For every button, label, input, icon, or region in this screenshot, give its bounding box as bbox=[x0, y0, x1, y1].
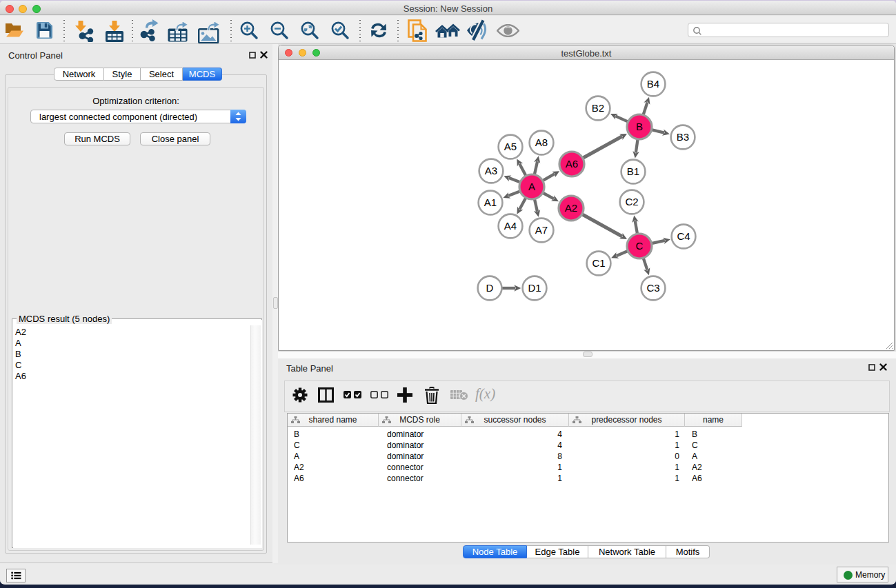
svg-text:A5: A5 bbox=[504, 141, 517, 152]
svg-text:A7: A7 bbox=[535, 224, 548, 236]
svg-text:A4: A4 bbox=[504, 220, 517, 232]
svg-text:B2: B2 bbox=[592, 102, 604, 114]
svg-text:D1: D1 bbox=[528, 282, 541, 294]
svg-text:B: B bbox=[636, 121, 643, 132]
svg-text:C2: C2 bbox=[625, 196, 638, 207]
svg-text:C3: C3 bbox=[646, 282, 659, 294]
svg-text:A8: A8 bbox=[535, 136, 548, 148]
svg-text:C1: C1 bbox=[592, 257, 605, 269]
svg-text:A2: A2 bbox=[565, 202, 577, 214]
svg-text:B3: B3 bbox=[677, 131, 689, 143]
svg-text:B1: B1 bbox=[627, 165, 639, 177]
svg-text:A6: A6 bbox=[566, 158, 578, 170]
svg-text:A: A bbox=[528, 181, 535, 192]
svg-text:A1: A1 bbox=[484, 196, 497, 208]
svg-text:B4: B4 bbox=[647, 78, 659, 90]
svg-text:C4: C4 bbox=[677, 230, 690, 242]
svg-text:C: C bbox=[636, 240, 644, 252]
svg-text:A3: A3 bbox=[485, 165, 497, 176]
svg-text:D: D bbox=[486, 282, 494, 294]
